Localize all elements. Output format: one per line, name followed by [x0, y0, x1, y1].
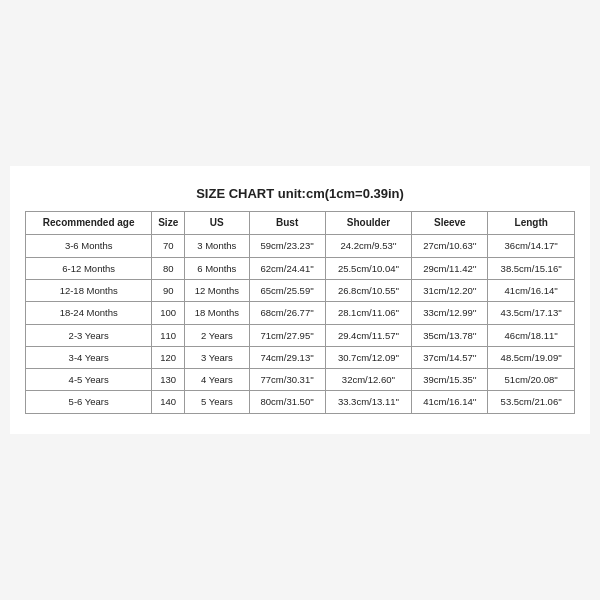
table-cell: 5 Years [185, 391, 250, 413]
table-row: 2-3 Years1102 Years71cm/27.95''29.4cm/11… [26, 324, 575, 346]
table-cell: 3 Months [185, 235, 250, 257]
table-cell: 3 Years [185, 346, 250, 368]
table-cell: 39cm/15.35'' [412, 369, 488, 391]
table-cell: 27cm/10.63'' [412, 235, 488, 257]
table-cell: 18-24 Months [26, 302, 152, 324]
table-cell: 12 Months [185, 279, 250, 301]
table-cell: 28.1cm/11.06'' [325, 302, 412, 324]
table-header-cell: Length [488, 212, 575, 235]
table-cell: 90 [152, 279, 185, 301]
table-cell: 140 [152, 391, 185, 413]
table-cell: 6-12 Months [26, 257, 152, 279]
table-header-cell: Sleeve [412, 212, 488, 235]
table-cell: 100 [152, 302, 185, 324]
table-cell: 74cm/29.13'' [249, 346, 325, 368]
table-cell: 3-4 Years [26, 346, 152, 368]
table-row: 5-6 Years1405 Years80cm/31.50''33.3cm/13… [26, 391, 575, 413]
table-header-cell: Recommended age [26, 212, 152, 235]
table-cell: 41cm/16.14'' [488, 279, 575, 301]
table-cell: 41cm/16.14'' [412, 391, 488, 413]
table-cell: 36cm/14.17'' [488, 235, 575, 257]
table-cell: 12-18 Months [26, 279, 152, 301]
table-row: 6-12 Months806 Months62cm/24.41''25.5cm/… [26, 257, 575, 279]
table-cell: 68cm/26.77'' [249, 302, 325, 324]
table-cell: 6 Months [185, 257, 250, 279]
table-cell: 33cm/12.99'' [412, 302, 488, 324]
table-cell: 18 Months [185, 302, 250, 324]
table-cell: 53.5cm/21.06'' [488, 391, 575, 413]
table-row: 18-24 Months10018 Months68cm/26.77''28.1… [26, 302, 575, 324]
table-cell: 32cm/12.60'' [325, 369, 412, 391]
table-cell: 59cm/23.23'' [249, 235, 325, 257]
table-cell: 62cm/24.41'' [249, 257, 325, 279]
table-cell: 26.8cm/10.55'' [325, 279, 412, 301]
table-cell: 24.2cm/9.53'' [325, 235, 412, 257]
table-row: 12-18 Months9012 Months65cm/25.59''26.8c… [26, 279, 575, 301]
table-cell: 2 Years [185, 324, 250, 346]
table-cell: 46cm/18.11'' [488, 324, 575, 346]
table-row: 3-4 Years1203 Years74cm/29.13''30.7cm/12… [26, 346, 575, 368]
size-chart-table: Recommended ageSizeUSBustShoulderSleeveL… [25, 211, 575, 413]
table-cell: 35cm/13.78'' [412, 324, 488, 346]
table-cell: 4 Years [185, 369, 250, 391]
table-cell: 43.5cm/17.13'' [488, 302, 575, 324]
table-header-row: Recommended ageSizeUSBustShoulderSleeveL… [26, 212, 575, 235]
chart-title: SIZE CHART unit:cm(1cm=0.39in) [25, 186, 575, 201]
table-cell: 38.5cm/15.16'' [488, 257, 575, 279]
table-cell: 80cm/31.50'' [249, 391, 325, 413]
table-cell: 48.5cm/19.09'' [488, 346, 575, 368]
table-body: 3-6 Months703 Months59cm/23.23''24.2cm/9… [26, 235, 575, 413]
table-cell: 110 [152, 324, 185, 346]
table-header-cell: Shoulder [325, 212, 412, 235]
table-cell: 4-5 Years [26, 369, 152, 391]
table-cell: 2-3 Years [26, 324, 152, 346]
table-row: 4-5 Years1304 Years77cm/30.31''32cm/12.6… [26, 369, 575, 391]
table-cell: 130 [152, 369, 185, 391]
table-header-cell: Size [152, 212, 185, 235]
table-cell: 65cm/25.59'' [249, 279, 325, 301]
table-header-cell: US [185, 212, 250, 235]
table-cell: 33.3cm/13.11'' [325, 391, 412, 413]
table-cell: 3-6 Months [26, 235, 152, 257]
table-cell: 30.7cm/12.09'' [325, 346, 412, 368]
table-cell: 70 [152, 235, 185, 257]
table-cell: 25.5cm/10.04'' [325, 257, 412, 279]
table-cell: 31cm/12.20'' [412, 279, 488, 301]
table-cell: 5-6 Years [26, 391, 152, 413]
table-cell: 29cm/11.42'' [412, 257, 488, 279]
table-cell: 80 [152, 257, 185, 279]
table-header-cell: Bust [249, 212, 325, 235]
table-cell: 71cm/27.95'' [249, 324, 325, 346]
table-cell: 29.4cm/11.57'' [325, 324, 412, 346]
table-cell: 37cm/14.57'' [412, 346, 488, 368]
table-cell: 51cm/20.08'' [488, 369, 575, 391]
table-cell: 77cm/30.31'' [249, 369, 325, 391]
size-chart-container: SIZE CHART unit:cm(1cm=0.39in) Recommend… [10, 166, 590, 433]
table-row: 3-6 Months703 Months59cm/23.23''24.2cm/9… [26, 235, 575, 257]
table-cell: 120 [152, 346, 185, 368]
